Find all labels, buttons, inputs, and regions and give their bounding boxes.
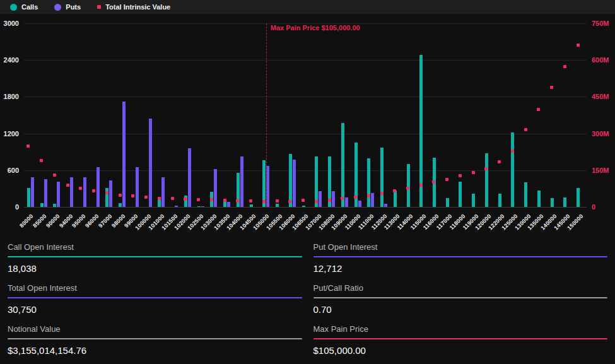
calls-bar: [367, 158, 370, 207]
stat-total-open-interest: Total Open Interest 30,750: [8, 283, 302, 315]
legend-item-calls[interactable]: Calls: [10, 3, 38, 11]
calls-bar: [250, 204, 253, 207]
right-axis-tick-label: 600M: [592, 56, 609, 64]
stat-put-call-ratio: Put/Call Ratio 0.70: [313, 283, 608, 315]
left-axis-tick-label: 1200: [0, 130, 19, 138]
gridline: [24, 170, 587, 171]
intrinsic-value-point: [328, 199, 331, 202]
intrinsic-value-point: [40, 159, 43, 162]
puts-bar: [136, 167, 139, 207]
puts-bar: [188, 148, 191, 207]
intrinsic-value-point: [223, 199, 226, 202]
puts-bar: [83, 177, 86, 208]
stat-value: 12,712: [313, 263, 608, 274]
stat-underline: [313, 338, 608, 339]
puts-bar: [122, 102, 126, 207]
intrinsic-value-point: [144, 196, 148, 199]
stat-value: $105,000.00: [313, 345, 608, 356]
calls-bar: [498, 194, 501, 207]
right-axis-tick-label: 750M: [592, 20, 609, 27]
calls-bar: [380, 148, 384, 207]
stat-notional-value: Notional Value $3,155,014,154.76: [8, 324, 302, 356]
puts-bar: [149, 119, 152, 207]
calls-bar: [459, 182, 462, 207]
legend-item-puts[interactable]: Puts: [54, 3, 81, 11]
intrinsic-value-point: [249, 199, 252, 203]
intrinsic-value-point: [393, 189, 396, 192]
puts-swatch-icon: [54, 4, 61, 11]
calls-swatch-icon: [10, 4, 17, 11]
calls-bar: [577, 188, 580, 207]
intrinsic-value-point: [498, 160, 501, 163]
intrinsic-value-point: [92, 189, 95, 192]
left-axis-tick-label: 3000: [0, 20, 19, 27]
chart-legend: Calls Puts Total Intrinsic Value: [0, 0, 615, 14]
intrinsic-value-point: [302, 199, 305, 202]
gridline: [24, 60, 587, 61]
intrinsic-value-point: [380, 192, 384, 195]
intrinsic-value-point: [315, 200, 318, 203]
calls-bar: [40, 203, 44, 207]
intrinsic-value-point: [537, 108, 540, 111]
calls-bar: [276, 204, 279, 207]
puts-bar: [293, 160, 296, 207]
stat-value: 18,038: [8, 263, 302, 274]
puts-bar: [70, 177, 73, 207]
left-axis-tick-label: 600: [0, 167, 19, 174]
intrinsic-value-point: [406, 187, 409, 190]
stat-label: Max Pain Price: [313, 324, 608, 334]
intrinsic-value-point: [197, 198, 200, 201]
gridline: [24, 97, 587, 97]
intrinsic-value-point: [184, 197, 187, 201]
calls-bar: [302, 206, 305, 207]
stat-label: Put/Call Ratio: [313, 283, 608, 293]
gridline: [24, 134, 587, 134]
intrinsic-value-point: [354, 196, 357, 199]
stat-label: Total Open Interest: [8, 283, 302, 293]
calls-bar: [27, 188, 30, 207]
puts-bar: [161, 177, 165, 207]
legend-item-intrinsic[interactable]: Total Intrinsic Value: [97, 3, 170, 11]
intrinsic-value-point: [563, 65, 566, 68]
puts-bar: [31, 177, 34, 207]
right-axis-tick-label: 450M: [592, 93, 609, 100]
calls-bar: [511, 132, 514, 207]
stat-max-pain-price: Max Pain Price $105,000.00: [313, 324, 608, 356]
intrinsic-value-point: [26, 144, 30, 148]
intrinsic-value-point: [524, 128, 527, 131]
legend-label-intrinsic: Total Intrinsic Value: [105, 3, 170, 11]
intrinsic-value-point: [105, 191, 108, 194]
intrinsic-value-point: [210, 198, 213, 201]
intrinsic-value-point: [419, 184, 423, 187]
intrinsic-value-point: [511, 150, 514, 153]
puts-bar: [240, 156, 243, 208]
intrinsic-value-point: [53, 173, 56, 177]
options-open-interest-chart: Max Pain Price $105,000.00 00600150M1200…: [0, 14, 615, 236]
calls-bar: [223, 201, 226, 207]
puts-bar: [97, 167, 100, 208]
left-axis-tick-label: 1800: [0, 93, 19, 100]
stat-underline: [8, 338, 302, 339]
calls-bar: [53, 204, 56, 207]
puts-bar: [44, 179, 47, 207]
left-axis-tick-label: 2400: [0, 56, 19, 64]
calls-bar: [105, 188, 108, 207]
calls-bar: [537, 191, 541, 207]
puts-bar: [319, 191, 322, 207]
puts-bar: [384, 204, 387, 207]
intrinsic-value-point: [131, 194, 134, 197]
calls-bar: [289, 154, 292, 207]
stat-underline: [8, 297, 302, 298]
intrinsic-value-point: [459, 174, 462, 177]
calls-bar: [446, 198, 449, 207]
left-axis-tick-label: 0: [0, 203, 19, 211]
intrinsic-value-point: [79, 187, 82, 190]
intrinsic-value-point: [262, 200, 266, 203]
calls-bar: [197, 206, 201, 208]
max-pain-price-line: [266, 23, 267, 207]
max-pain-annotation-label: Max Pain Price $105,000.00: [271, 24, 360, 32]
puts-bar: [227, 202, 230, 207]
intrinsic-value-point: [276, 199, 279, 203]
right-axis-tick-label: 0: [592, 203, 595, 211]
intrinsic-value-point: [158, 197, 161, 200]
